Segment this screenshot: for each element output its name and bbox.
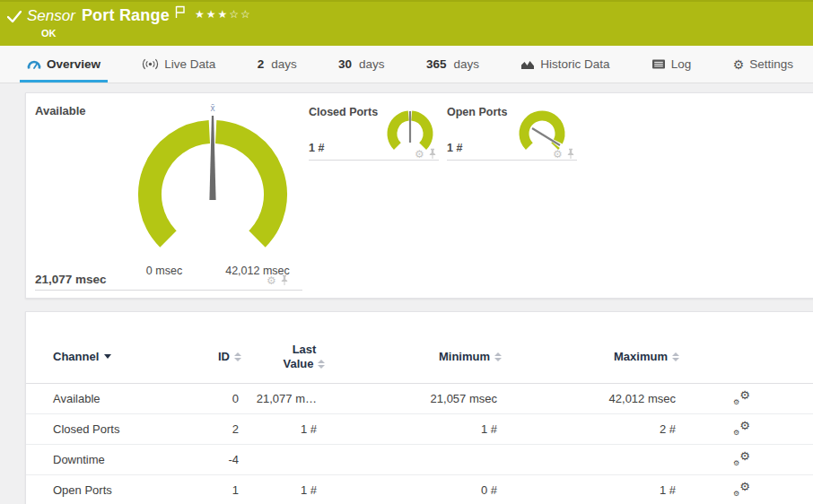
gauge-scale-min: 0 msec — [124, 265, 205, 277]
cell-last-value: 21,077 m… — [241, 384, 317, 413]
column-header-minimum-label: Minimum — [439, 350, 490, 363]
tab-30-days-label: days — [359, 57, 385, 71]
column-header-minimum[interactable]: Minimum — [367, 350, 502, 363]
tab-30-days-number: 30 — [338, 57, 352, 71]
gauge-available-value: 21,077 msec — [35, 273, 107, 286]
channel-gear-icon[interactable]: ⚙ — [553, 149, 563, 160]
table-row-open-ports[interactable]: Open Ports 1 1 # 0 # 1 # ⚙⚙ — [26, 475, 813, 504]
priority-stars[interactable]: ★★★☆☆ — [195, 8, 252, 21]
prtg-sensor-page: Sensor Port Range ★★★☆☆ OK Overview Live… — [0, 0, 813, 504]
tab-365-days-label: days — [453, 57, 479, 71]
tab-overview[interactable]: Overview — [20, 46, 108, 83]
live-data-icon — [142, 58, 159, 70]
cell-id: 2 — [170, 414, 239, 444]
tab-settings-label: Settings — [749, 57, 793, 71]
available-gauge — [109, 100, 315, 288]
overview-gauges-panel: Available x̄ 0 msec 42,012 msec 21,077 m… — [25, 92, 813, 299]
column-header-maximum[interactable]: Maximum — [546, 350, 679, 363]
sort-carets-icon — [672, 352, 679, 361]
column-header-value-label: Value — [284, 357, 314, 371]
tab-settings[interactable]: ⚙ Settings — [726, 46, 800, 83]
sensor-type-label: Sensor — [27, 7, 75, 25]
tab-365-days-number: 365 — [426, 57, 447, 71]
tab-live-data[interactable]: Live Data — [135, 46, 223, 83]
column-header-id-label: ID — [218, 350, 230, 363]
sort-carets-icon — [494, 352, 502, 361]
cell-maximum: 42,012 msec — [511, 384, 676, 413]
status-check-icon — [7, 11, 22, 23]
tab-log[interactable]: Log — [644, 46, 699, 83]
column-header-last-value[interactable]: Last Value — [255, 343, 354, 371]
sort-carets-icon — [234, 352, 241, 361]
column-header-channel[interactable]: Channel — [53, 350, 111, 363]
tab-live-data-label: Live Data — [164, 57, 215, 71]
tab-historic-data-label: Historic Data — [540, 57, 609, 71]
cell-minimum: 0 # — [331, 475, 497, 504]
sensor-title-row: Sensor Port Range ★★★☆☆ — [7, 5, 252, 26]
channel-table-header: Channel ID Last Value Minimum Maximum — [26, 312, 813, 384]
cell-divider — [447, 160, 577, 161]
channel-settings-icon[interactable]: ⚙⚙ — [733, 420, 751, 438]
cell-id: -4 — [170, 445, 239, 474]
gauge-closed-ports-label: Closed Ports — [309, 106, 378, 118]
tab-2-days-number: 2 — [258, 57, 265, 71]
sensor-name: Port Range — [82, 6, 170, 25]
gauge-available-label: Available — [35, 104, 86, 117]
pin-icon[interactable] — [566, 148, 575, 160]
pin-icon[interactable] — [280, 274, 289, 286]
tab-2-days-label: days — [271, 57, 297, 71]
channel-settings-icon[interactable]: ⚙⚙ — [733, 450, 751, 468]
table-row-closed-ports[interactable]: Closed Ports 2 1 # 1 # 2 # ⚙⚙ — [26, 414, 813, 445]
open-ports-cell-tools: ⚙ — [553, 148, 575, 160]
settings-gear-icon: ⚙ — [733, 58, 745, 71]
cell-minimum: 1 # — [331, 414, 497, 444]
cell-maximum: 1 # — [511, 475, 676, 504]
cell-divider — [35, 290, 302, 291]
available-cell-tools: ⚙ — [267, 274, 289, 286]
tab-historic-data[interactable]: Historic Data — [513, 46, 616, 83]
channel-gear-icon[interactable]: ⚙ — [267, 275, 276, 286]
priority-flag-icon[interactable] — [175, 5, 186, 19]
table-row-downtime[interactable]: Downtime -4 ⚙⚙ — [26, 445, 813, 475]
column-header-channel-label: Channel — [53, 350, 99, 363]
channel-gear-icon[interactable]: ⚙ — [415, 149, 424, 160]
cell-last-value: 1 # — [241, 414, 317, 444]
column-header-maximum-label: Maximum — [614, 350, 668, 363]
pin-icon[interactable] — [428, 148, 437, 160]
tab-2-days[interactable]: 2 days — [250, 46, 304, 83]
closed-ports-cell-tools: ⚙ — [415, 148, 437, 160]
gauge-open-ports-label: Open Ports — [447, 106, 507, 118]
channel-settings-icon[interactable]: ⚙⚙ — [733, 389, 751, 407]
tab-30-days[interactable]: 30 days — [331, 46, 392, 83]
gauge-open-ports-value: 1 # — [447, 142, 462, 154]
sort-carets-icon — [318, 360, 325, 369]
sort-desc-icon — [104, 354, 111, 359]
column-header-last-label: Last — [293, 343, 317, 357]
historic-data-chart-icon — [520, 58, 535, 70]
table-row-available[interactable]: Available 0 21,077 m… 21,057 msec 42,012… — [26, 384, 813, 414]
tab-overview-label: Overview — [47, 57, 101, 71]
gauge-closed-ports-value: 1 # — [309, 142, 324, 154]
cell-id: 0 — [170, 384, 239, 413]
channel-settings-icon[interactable]: ⚙⚙ — [733, 481, 751, 499]
channel-table-panel: Channel ID Last Value Minimum Maximum — [25, 311, 813, 504]
log-list-icon — [651, 58, 666, 70]
sensor-header: Sensor Port Range ★★★☆☆ OK — [0, 0, 813, 46]
cell-minimum: 21,057 msec — [331, 384, 497, 413]
overview-gauge-icon — [27, 58, 41, 71]
cell-maximum: 2 # — [511, 414, 676, 444]
tab-365-days[interactable]: 365 days — [419, 46, 486, 83]
cell-id: 1 — [170, 475, 239, 504]
sensor-status-badge: OK — [41, 28, 57, 39]
cell-last-value: 1 # — [241, 475, 317, 504]
tab-log-label: Log — [671, 57, 692, 71]
column-header-id[interactable]: ID — [161, 350, 241, 363]
tab-bar: Overview Live Data 2 days 30 days 365 da… — [0, 46, 813, 83]
cell-divider — [309, 160, 439, 161]
